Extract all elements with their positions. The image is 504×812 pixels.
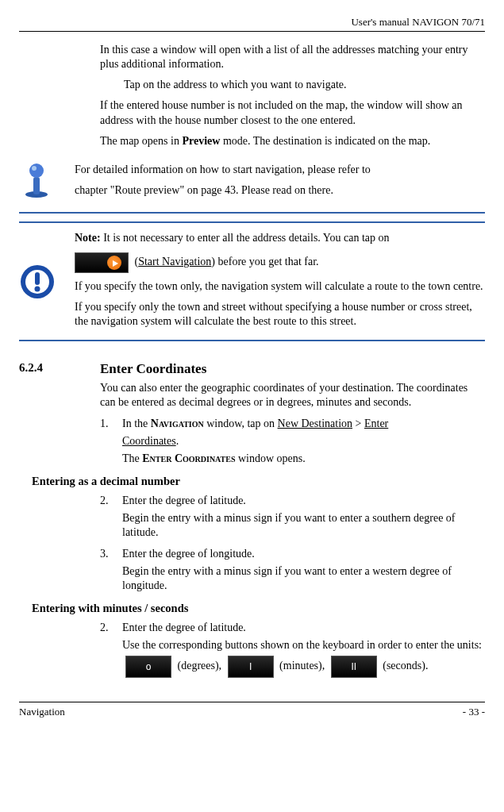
section-number: 6.2.4 (19, 360, 100, 378)
info-text: For detailed information on how to start… (75, 160, 485, 204)
step1-a: In the (122, 418, 151, 429)
d-step2-sub: Begin the entry with a minus sign if you… (122, 511, 485, 540)
info-callout: For detailed information on how to start… (19, 160, 485, 214)
svg-point-7 (35, 286, 40, 291)
d-step3-num: 3. (100, 547, 109, 561)
note-p1: Note: It is not necessary to enter all t… (75, 231, 485, 245)
subhead-decimal: Entering as a decimal number (32, 474, 485, 489)
minutes-key-icon[interactable]: I (228, 656, 274, 678)
section-header-row: 6.2.4 Enter Coordinates (19, 360, 485, 378)
enter-coords-smallcaps: Enter Coordinates (142, 452, 235, 464)
intro-p3: If the entered house number is not inclu… (100, 98, 485, 127)
note-text: Note: It is not necessary to enter all t… (75, 228, 485, 335)
d-step2-num: 2. (100, 494, 109, 508)
step1-num: 1. (100, 417, 109, 431)
start-navigation-button-icon[interactable] (75, 252, 129, 273)
subhead-minutes: Entering with minutes / seconds (32, 601, 485, 616)
info-pin-icon (19, 160, 54, 199)
step1-after-c: window opens. (236, 452, 306, 464)
note-callout: Note: It is not necessary to enter all t… (19, 221, 485, 341)
d-step2-text: Enter the degree of latitude. (122, 495, 246, 506)
info-icon-col (19, 160, 75, 199)
preview-bold: Preview (182, 135, 220, 147)
start-nav-link: Start Navigation (138, 256, 211, 267)
section-body: You can also enter the geographic coordi… (100, 381, 485, 466)
intro-p4c: mode. The destination is indicated on th… (220, 135, 430, 147)
unit-buttons-row: o (degrees), I (minutes), II (seconds). (122, 656, 485, 678)
m-step2-sub: Use the corresponding buttons shown on t… (122, 638, 485, 652)
enter-link-a: Enter (364, 418, 388, 429)
m-step2-text: Enter the degree of latitude. (122, 622, 246, 633)
seconds-label: (seconds). (380, 660, 429, 672)
intro-p4: The map opens in Preview mode. The desti… (100, 134, 485, 148)
decimal-step-2: 2. Enter the degree of latitude. Begin t… (100, 494, 485, 541)
minutes-steps: 2. Enter the degree of latitude. Use the… (100, 621, 485, 678)
note-exclamation-icon (19, 264, 56, 300)
page-footer: Navigation - 33 - (19, 702, 485, 719)
info-line1: For detailed information on how to start… (75, 163, 485, 177)
d-step3-text: Enter the degree of longitude. (122, 548, 255, 560)
svg-rect-6 (35, 272, 40, 285)
svg-point-3 (32, 166, 37, 171)
decimal-step-3: 3. Enter the degree of longitude. Begin … (100, 547, 485, 594)
section-intro: You can also enter the geographic coordi… (100, 381, 485, 410)
intro-p1: In this case a window will open with a l… (100, 43, 485, 71)
note-p1-text: It is not necessary to enter all the add… (101, 232, 390, 244)
intro-content: In this case a window will open with a l… (100, 43, 485, 148)
note-p3: If you specify only the town and street … (75, 300, 485, 329)
step1-gt: > (352, 418, 364, 429)
steps-decimal: 2. Enter the degree of latitude. Begin t… (100, 494, 485, 593)
minutes-step-2: 2. Enter the degree of latitude. Use the… (100, 621, 485, 678)
note-icon-col (19, 264, 75, 300)
seconds-key-icon[interactable]: II (331, 656, 377, 678)
minutes-label: (minutes), (277, 660, 328, 672)
step1-after: The Enter Coordinates window opens. (122, 452, 485, 466)
note-start-nav-row: (Start Navigation) before you get that f… (75, 252, 485, 273)
note-p2: If you specify the town only, the naviga… (75, 279, 485, 294)
step1-b: window, tap on (204, 418, 278, 429)
intro-p4a: The map opens in (100, 135, 182, 147)
steps-primary: 1. In the Navigation window, tap on New … (100, 417, 485, 467)
section-title: Enter Coordinates (100, 360, 206, 378)
page-header: User's manual NAVIGON 70/71 (19, 16, 485, 32)
step-1: 1. In the Navigation window, tap on New … (100, 417, 485, 467)
footer-left: Navigation (19, 706, 65, 719)
d-step3-sub: Begin the entry with a minus sign if you… (122, 564, 485, 593)
steps-minutes: 2. Enter the degree of latitude. Use the… (100, 621, 485, 678)
decimal-steps: 2. Enter the degree of latitude. Begin t… (100, 494, 485, 593)
intro-p2: Tap on the address to which you want to … (100, 78, 485, 92)
manual-title: User's manual NAVIGON 70/71 (351, 16, 485, 28)
navigation-smallcaps: Navigation (151, 418, 204, 429)
degrees-key-icon[interactable]: o (125, 656, 171, 678)
m-step2-num: 2. (100, 621, 109, 635)
info-line2: chapter "Route preview" on page 43. Plea… (75, 183, 485, 198)
step1-after-a: The (122, 452, 142, 464)
degrees-label: (degrees), (175, 660, 225, 672)
new-destination-link: New Destination (278, 418, 352, 429)
note-p1b: before you get that far. (215, 256, 319, 267)
note-lead: Note: (75, 232, 101, 244)
svg-point-2 (29, 164, 44, 178)
footer-right: - 33 - (463, 706, 485, 719)
step1-line2: Coordinates. (122, 434, 485, 448)
svg-rect-1 (33, 177, 40, 194)
enter-link-b: Coordinates (122, 435, 176, 447)
step1-period: . (176, 435, 179, 447)
